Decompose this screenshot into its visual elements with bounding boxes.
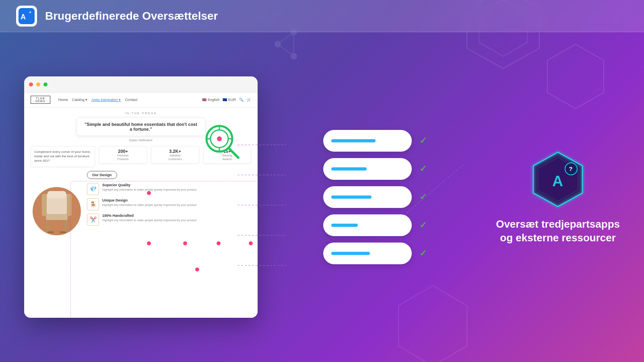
feature-desc-3: Highlight key information to make people…	[102, 218, 196, 222]
quote-text: "Simple and beautiful home essentials th…	[85, 122, 197, 132]
our-design-label: Our Design	[87, 171, 117, 179]
press-label: IN THE PRESS	[31, 111, 251, 115]
pink-dot-2	[147, 241, 151, 245]
shop-navbar: TLAB · DEMO · Home Catalog ▾ Apps Integr…	[24, 93, 258, 107]
svg-rect-19	[64, 220, 68, 232]
main-content: TLAB · DEMO · Home Catalog ▾ Apps Integr…	[0, 32, 644, 362]
feature-handcrafted: ✂️ 100% Handcrafted Highlight key inform…	[87, 214, 251, 226]
check-icon-2: ✓	[416, 162, 430, 176]
stat-customers: 3.2K+ SatisfiedCustomers	[151, 146, 199, 164]
maximize-dot	[43, 82, 47, 86]
check-icon-5: ✓	[416, 246, 430, 261]
shop-logo: TLAB · DEMO ·	[31, 96, 50, 104]
list-item-row-5: ✓	[323, 243, 430, 264]
design-section: Our Design 💎 Superior Quality Highlight …	[31, 171, 251, 243]
svg-rect-15	[46, 214, 68, 220]
shop-nav-links: Home Catalog ▾ Apps Integration ▾ Contac…	[58, 98, 138, 102]
stat-awards: 15+ WinningAwards	[203, 146, 251, 164]
right-description: Oversæt tredjepartsapps og eksterne ress…	[496, 218, 620, 245]
list-bar-5	[331, 252, 370, 255]
stat-premium: 200+ PremiumProducts	[99, 146, 147, 164]
svg-rect-22	[47, 191, 66, 198]
pink-dot-1	[147, 191, 151, 195]
quote-box: "Simple and beautiful home essentials th…	[76, 117, 205, 136]
close-dot	[29, 82, 33, 86]
check-icon-3: ✓	[416, 190, 430, 204]
feature-title-3: 100% Handcrafted	[102, 214, 196, 218]
app-icon: A +	[16, 6, 37, 27]
pink-dot-3	[183, 241, 187, 245]
chair-area	[31, 171, 83, 243]
feature-title-1: Superior Quality	[102, 183, 196, 187]
feature-desc-2: Highlight key information to make people…	[102, 203, 196, 207]
shop-content: IN THE PRESS "Simple and beautiful home …	[24, 107, 258, 247]
description-line1: Oversæt tredjepartsapps	[496, 218, 620, 231]
shop-nav-right: 🇬🇧 English 🇪🇺 EUR 🔍 🛒	[202, 98, 251, 102]
superior-quality-icon: 💎	[87, 183, 99, 195]
svg-rect-20	[47, 231, 54, 233]
browser-inner: TLAB · DEMO · Home Catalog ▾ Apps Integr…	[24, 93, 258, 318]
list-item-row-3: ✓	[323, 186, 430, 208]
list-card-2	[323, 158, 412, 180]
svg-rect-16	[42, 194, 47, 216]
svg-text:A: A	[552, 173, 563, 189]
browser-mockup: TLAB · DEMO · Home Catalog ▾ Apps Integr…	[24, 76, 258, 318]
hex-icon-container: A ?	[528, 149, 588, 210]
pink-dot-5	[249, 241, 253, 245]
about-text: Compliment every corner of your home, in…	[31, 146, 95, 167]
chair-circle-bg	[33, 187, 81, 235]
unique-design-icon: 🪑	[87, 198, 99, 210]
design-features: Our Design 💎 Superior Quality Highlight …	[87, 171, 251, 229]
check-icon-4: ✓	[416, 218, 430, 232]
svg-rect-18	[46, 220, 49, 232]
list-card-5	[323, 243, 412, 264]
quote-author: Dylan Heftmann	[31, 138, 251, 142]
svg-rect-21	[60, 231, 66, 233]
list-card-3	[323, 186, 412, 208]
list-card-4	[323, 214, 412, 236]
handcrafted-icon: ✂️	[87, 214, 99, 226]
feature-superior-quality: 💎 Superior Quality Highlight key informa…	[87, 183, 251, 195]
minimize-dot	[36, 82, 40, 86]
svg-text:A: A	[21, 13, 26, 21]
list-item-row-1: ✓	[323, 130, 430, 152]
svg-text:+: +	[29, 10, 31, 14]
list-bar-3	[331, 195, 372, 199]
header-title: Brugerdefinerede Oversættelser	[45, 10, 218, 23]
pink-dot-6	[195, 267, 199, 272]
list-section: ✓ ✓ ✓ ✓ ✓	[323, 130, 430, 264]
header-bar: A + Brugerdefinerede Oversættelser	[0, 0, 644, 32]
description-line2: og eksterne ressourcer	[496, 231, 620, 245]
feature-title-2: Unique Design	[102, 198, 196, 202]
list-item-row-4: ✓	[323, 214, 430, 236]
hex-shape: A ?	[528, 147, 588, 212]
browser-chrome	[24, 76, 258, 93]
list-bar-4	[331, 224, 358, 227]
list-bar-1	[331, 139, 376, 142]
svg-text:?: ?	[569, 166, 572, 173]
list-card-1	[323, 130, 412, 152]
pink-dot-4	[217, 241, 221, 245]
list-bar-2	[331, 167, 367, 171]
stats-row: Compliment every corner of your home, in…	[31, 146, 251, 167]
feature-unique-design: 🪑 Unique Design Highlight key informatio…	[87, 198, 251, 210]
list-item-row-2: ✓	[323, 158, 430, 180]
check-icon-1: ✓	[416, 134, 430, 148]
right-section: A ? Oversæt tredjepartsapps og eksterne …	[496, 149, 620, 245]
svg-rect-17	[67, 194, 72, 216]
